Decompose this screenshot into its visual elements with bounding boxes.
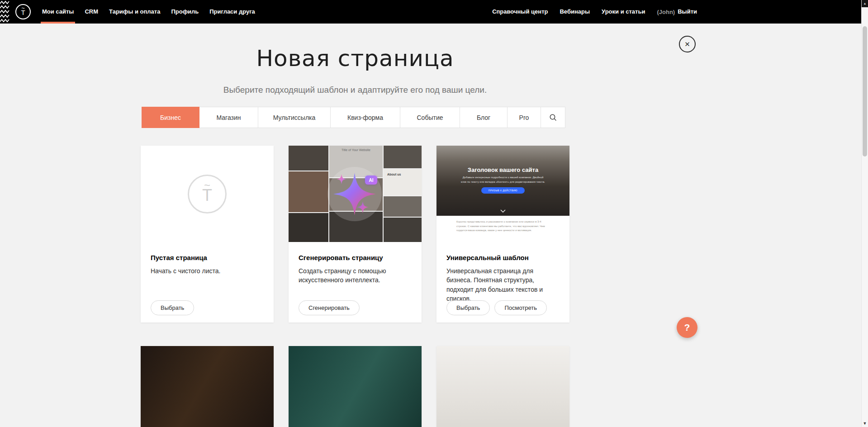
blank-page-info: Пустая страница Начать с чистого листа. … [141, 242, 274, 323]
scrollbar-down-arrow[interactable]: ▼ [862, 420, 868, 427]
nav-profile[interactable]: Профиль [171, 0, 199, 24]
template-body-text: Коротко представьтесь и расскажите о ком… [456, 220, 550, 233]
nav-crm[interactable]: CRM [85, 0, 98, 24]
nav-left-menu: Мои сайты CRM Тарифы и оплата Профиль Пр… [42, 0, 255, 24]
template-category-tabs: Бизнес Магазин Мультиссылка Квиз-форма С… [142, 107, 569, 128]
select-universal-button[interactable]: Выбрать [446, 300, 490, 315]
template-preview-teal [289, 346, 422, 427]
nav-help-center[interactable]: Справочный центр [492, 0, 548, 24]
template-cta-button: Призыв к действию [481, 187, 525, 194]
chevron-down-icon [500, 209, 506, 213]
ai-sparkle-icon [289, 146, 422, 242]
card-actions: Сгенерировать [299, 300, 360, 315]
card-description: Начать с чистого листа. [151, 266, 264, 275]
top-navbar: ~ T Мои сайты CRM Тарифы и оплата Профил… [0, 0, 861, 24]
template-text-section: Коротко представьтесь и расскажите о ком… [436, 220, 569, 242]
help-button[interactable]: ? [677, 317, 697, 338]
card-actions: Выбрать [151, 300, 194, 315]
card-blank-page: ~ T Пустая страница Начать с чистого лис… [141, 146, 274, 323]
ai-generate-preview: Title of Your Website About us [289, 146, 422, 242]
zigzag-decoration [0, 0, 11, 24]
template-subtext: Добавьте интересные подробности о вашей … [461, 176, 545, 184]
universal-template-preview: Заголовок вашего сайта Добавьте интересн… [436, 146, 569, 242]
blank-page-preview: ~ T [141, 146, 274, 242]
tab-quiz-form[interactable]: Квиз-форма [330, 107, 400, 128]
template-heading: Заголовок вашего сайта [436, 166, 569, 173]
scrollbar-thumb[interactable] [863, 26, 867, 157]
preview-universal-button[interactable]: Посмотреть [494, 300, 547, 315]
scrollbar-up-arrow[interactable]: ▲ [862, 0, 868, 7]
template-grid-row-1: ~ T Пустая страница Начать с чистого лис… [141, 146, 569, 323]
select-blank-button[interactable]: Выбрать [151, 300, 194, 315]
card-ai-generate: Title of Your Website About us [289, 146, 422, 323]
tab-blog[interactable]: Блог [460, 107, 508, 128]
tab-search[interactable] [541, 107, 565, 128]
tab-business[interactable]: Бизнес [142, 107, 199, 128]
tab-pro[interactable]: Pro [507, 107, 541, 128]
card-actions: Выбрать Посмотреть [446, 300, 547, 315]
template-preview-light [436, 346, 569, 427]
question-icon: ? [684, 322, 690, 333]
card-title: Сгенерировать страницу [299, 254, 412, 261]
generate-button[interactable]: Сгенерировать [299, 300, 360, 315]
nav-pricing[interactable]: Тарифы и оплата [109, 0, 160, 24]
nav-username: (John) [657, 9, 675, 15]
template-card-partial-2[interactable] [289, 346, 422, 427]
template-grid-row-2 [141, 346, 569, 427]
tab-event[interactable]: Событие [400, 107, 460, 128]
template-cover-section: Заголовок вашего сайта Добавьте интересн… [436, 146, 569, 216]
nav-user-block: (John) Выйти [657, 0, 697, 24]
scrollbar: ▲ ▼ [861, 0, 868, 427]
template-card-partial-3[interactable] [436, 346, 569, 427]
tab-multilink[interactable]: Мультиссылка [258, 107, 331, 128]
universal-template-info: Универсальный шаблон Универсальная стран… [436, 242, 569, 323]
nav-webinars[interactable]: Вебинары [560, 0, 590, 24]
tab-store[interactable]: Магазин [199, 107, 258, 128]
template-card-partial-1[interactable] [141, 346, 274, 427]
card-title: Пустая страница [151, 254, 264, 261]
nav-invite-friend[interactable]: Пригласи друга [209, 0, 255, 24]
search-icon [549, 114, 557, 122]
ai-badge: AI [365, 176, 377, 185]
nav-my-sites[interactable]: Мои сайты [42, 0, 74, 24]
logo-letter: T [21, 9, 25, 16]
page-title: Новая страница [0, 45, 710, 71]
nav-lessons[interactable]: Уроки и статьи [602, 0, 645, 24]
card-universal-template: Заголовок вашего сайта Добавьте интересн… [436, 146, 569, 323]
page-subtitle: Выберите подходящий шаблон и адаптируйте… [0, 85, 710, 95]
nav-logout[interactable]: Выйти [678, 0, 697, 24]
nav-right-menu: Справочный центр Вебинары Уроки и статьи… [492, 0, 697, 24]
card-description: Универсальная страница для бизнеса. Поня… [446, 266, 560, 303]
watermark-letter: T [202, 188, 212, 203]
card-title: Универсальный шаблон [446, 254, 560, 261]
tilda-watermark-logo: ~ T [188, 175, 227, 214]
template-preview-dark [141, 346, 274, 427]
ai-generate-info: Сгенерировать страницу Создать страницу … [289, 242, 422, 323]
tilda-logo[interactable]: ~ T [15, 4, 31, 19]
app-screen: ~ T Мои сайты CRM Тарифы и оплата Профил… [0, 0, 868, 427]
card-description: Создать страницу с помощью искусственног… [299, 266, 412, 285]
